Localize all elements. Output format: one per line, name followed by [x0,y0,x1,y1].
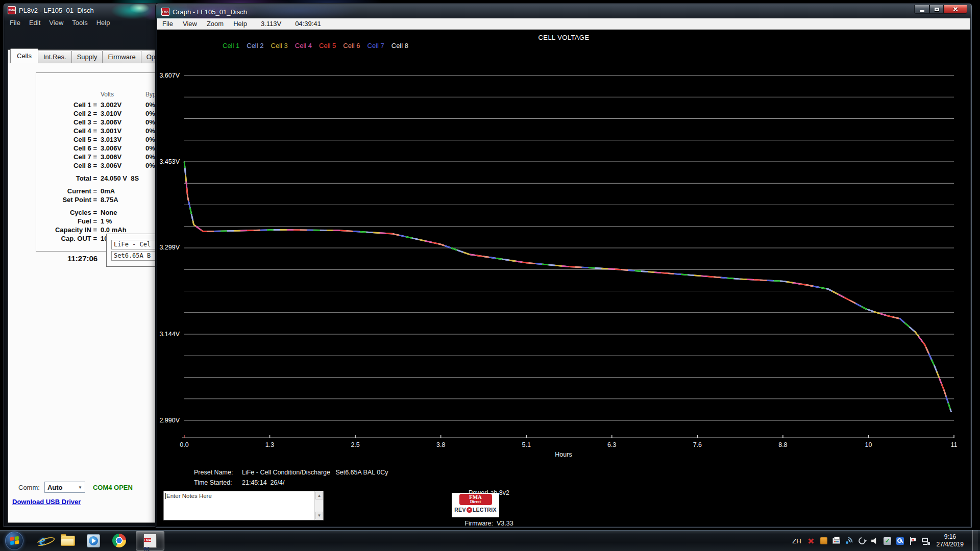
svg-text:3.453V: 3.453V [159,158,180,165]
internet-explorer-icon: e [39,533,45,548]
svg-text:2.990V: 2.990V [159,417,180,424]
scroll-down-icon[interactable]: ▼ [315,512,323,519]
internet-explorer-button[interactable]: e [32,531,53,550]
fma-rc-app-icon: FMA RC [143,534,157,548]
minimize-button[interactable] [914,5,929,14]
scroll-up-icon[interactable]: ▲ [315,492,323,499]
voltage-chart: 3.607V3.453V3.299V3.144V2.990V0.01.32.53… [157,55,970,463]
file-explorer-button[interactable] [58,531,78,550]
svg-text:11: 11 [951,441,958,448]
tray-wireless-icon[interactable] [845,537,853,545]
cell-voltage-rows: Cell 1 =3.002V0%Cell 2 =3.010V0%Cell 3 =… [36,101,165,170]
fma-app-icon: FMA [8,6,16,14]
chart-legend: Cell 1Cell 2Cell 3Cell 4Cell 5Cell 6Cell… [223,42,408,49]
download-usb-driver-link[interactable]: Download USB Driver [12,498,81,506]
window-title: PL8v2 - LF105_01_Disch [19,7,94,14]
summary-row: Cycles =None [36,208,165,217]
svg-text:3.299V: 3.299V [159,244,180,251]
readings-header-row: Volts Bypass [36,90,165,99]
tray-printer-icon[interactable] [832,537,841,545]
time-started-label: Time Started: [194,478,242,488]
close-button[interactable] [944,5,967,14]
comm-port-select[interactable]: Auto ▼ [44,482,85,493]
menu-view[interactable]: View [183,20,197,28]
taskbar-clock[interactable]: 9:1627/4/2019 [937,533,964,548]
svg-text:1.3: 1.3 [265,441,274,448]
cell-reading-row-1: Cell 1 =3.002V0% [36,101,165,109]
chevron-down-icon: ▼ [78,485,82,490]
tray-security-lock-icon[interactable] [820,537,828,545]
media-player-icon [87,534,100,547]
windows-logo-icon [10,536,18,545]
legend-cell-1: Cell 1 [223,42,239,49]
folder-icon [61,536,75,546]
svg-text:Hours: Hours [555,451,572,458]
tray-key-icon[interactable] [896,537,904,545]
logo-o-arrow-icon [467,507,472,513]
summary-rows: Total =24.050 V 8SCurrent =0mASet Point … [36,174,165,243]
svg-text:10: 10 [865,441,872,448]
fma-app-icon: FMA [161,8,169,16]
tab-int-res[interactable]: Int.Res. [38,51,72,63]
menu-file[interactable]: File [162,20,173,28]
legend-cell-5: Cell 5 [319,42,336,49]
revolectrix-wordmark: REV LECTRIX [453,507,498,513]
cell-reading-row-6: Cell 6 =3.006V0% [36,144,165,153]
tab-cells[interactable]: Cells [10,48,38,63]
fma-direct-badge: FMA Direct [459,494,492,505]
tray-action-center-flag-icon[interactable] [909,537,917,545]
chrome-button[interactable] [109,531,129,550]
preset-name-label: Preset Name: [194,467,242,478]
tray-sync-icon[interactable] [858,537,866,545]
language-indicator[interactable]: ZH [792,537,801,545]
legend-cell-4: Cell 4 [295,42,312,49]
legend-cell-7: Cell 7 [368,42,384,49]
notes-scrollbar[interactable]: ▲ ▼ [314,491,323,520]
tray-red-x-icon[interactable] [807,537,815,545]
cell-reading-row-8: Cell 8 =3.006V0% [36,161,165,170]
svg-text:3.144V: 3.144V [159,331,180,338]
comm-row: Comm: Auto ▼ COM4 OPEN [8,482,133,493]
notes-textarea[interactable]: Enter Notes Here ▲ ▼ [163,491,324,520]
cell-readings-groupbox: Volts Bypass Cell 1 =3.002V0%Cell 2 =3.0… [36,72,165,252]
legend-cell-2: Cell 2 [247,42,263,49]
revolectrix-logo: FMA Direct REV LECTRIX [452,493,499,517]
menu-zoom[interactable]: Zoom [207,20,224,28]
media-player-button[interactable] [83,531,104,550]
show-desktop-button[interactable] [972,530,978,551]
tab-supply[interactable]: Supply [71,51,103,63]
tray-safely-remove-icon[interactable]: ✓ [884,537,892,545]
firmware-label: Firmware: [464,520,493,526]
menu-help[interactable]: Help [233,20,247,28]
menu-view[interactable]: View [49,19,63,27]
active-task-pl8v2[interactable]: FMA RC [136,531,164,550]
logo-direct-text: Direct [459,500,492,504]
legend-cell-3: Cell 3 [271,42,288,49]
tray-volume-icon[interactable] [871,537,879,545]
graph-titlebar[interactable]: FMA Graph - LF105_01_Disch [157,5,970,18]
legend-cell-8: Cell 8 [391,42,408,49]
graph-window: FMA Graph - LF105_01_Disch File View Zoo… [155,3,972,528]
comm-port-selected: Auto [47,484,63,491]
cell-reading-row-3: Cell 3 =3.006V0% [36,118,165,127]
menu-file[interactable]: File [10,19,20,27]
summary-row: Total =24.050 V 8S [36,174,165,183]
window-controls [914,5,967,14]
svg-text:6.3: 6.3 [607,441,616,448]
start-button[interactable] [5,532,23,550]
legend-cell-6: Cell 6 [343,42,360,49]
graph-menubar: File View Zoom Help 3.113V 04:39:41 [157,18,970,30]
svg-text:7.6: 7.6 [693,441,702,448]
live-time-readout: 04:39:41 [295,20,321,28]
tray-network-icon[interactable] [922,537,930,545]
live-voltage-readout: 3.113V [261,20,281,28]
menu-tools[interactable]: Tools [72,19,87,27]
tab-firmware[interactable]: Firmware [102,51,141,63]
comm-label: Comm: [18,484,40,491]
menu-help[interactable]: Help [96,19,110,27]
minimize-icon [920,10,924,12]
volts-header: Volts [100,90,143,99]
cell-reading-row-5: Cell 5 =3.013V0% [36,135,165,144]
maximize-button[interactable] [929,5,944,14]
menu-edit[interactable]: Edit [29,19,40,27]
